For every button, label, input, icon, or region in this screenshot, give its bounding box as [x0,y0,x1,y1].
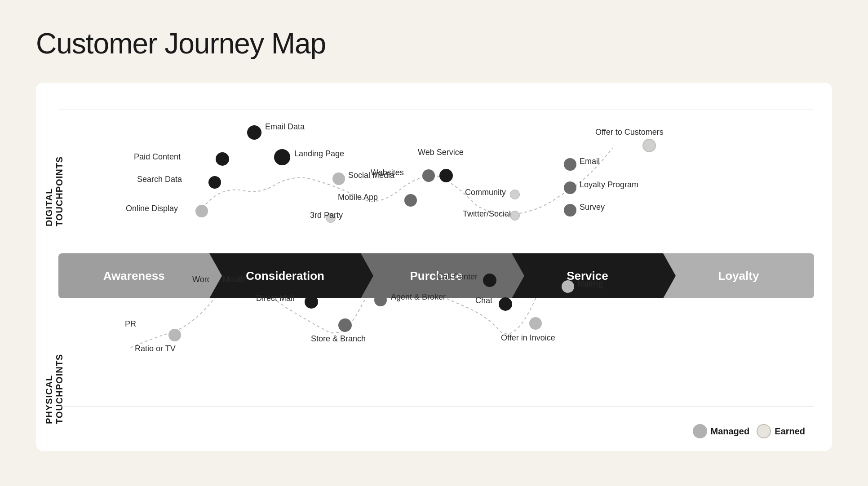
dot-agent-broker [374,294,387,306]
stage-banner: Awareness Consideration Purchase Service… [58,253,814,298]
dot-chat [499,297,512,311]
dot-mailing [562,280,574,293]
label-community: Community [465,188,506,197]
label-landing-page: Landing Page [294,149,344,159]
label-store-branch: Store & Branch [311,334,366,344]
dot-search-data [208,176,221,189]
legend: Managed Earned [693,424,806,438]
label-chat: Chat [475,296,492,305]
dot-offer-customers [642,139,656,152]
label-direct-mail: Direct Mail [256,294,294,303]
digital-touchpoints-label: Digital Touchpoints [44,119,65,226]
label-agent-broker: Agent & Broker [391,292,446,302]
dot-call-center [483,274,496,287]
dot-online-display [195,205,208,217]
label-loyalty-program: Loyalty Program [580,180,638,190]
label-paid-content: Paid Content [134,152,181,162]
physical-touchpoints-label: Physical Touchpoints [44,316,65,424]
dot-websites-1 [422,169,435,182]
dot-store-branch [338,318,352,332]
legend-managed: Managed [693,424,750,438]
dot-loyalty-program [564,181,576,194]
divider-mid [58,249,814,249]
label-mobile-app: Mobile App [338,193,378,202]
divider-top [58,110,814,110]
label-pr: PR [125,319,136,329]
label-survey: Survey [580,203,605,212]
dot-community [510,190,520,199]
dot-paid-content [216,152,229,166]
label-twitter: Twitter/Social [463,209,511,219]
divider-bot [58,406,814,406]
label-call-center: Call Center [437,272,478,282]
label-ratio-tv: Ratio or TV [135,344,176,353]
dot-direct-mail [305,295,318,309]
label-3rd-party: 3rd Party [310,211,343,220]
label-email-loyalty: Email [580,157,600,166]
legend-earned-dot [757,424,771,438]
dot-ratio-tv [168,329,181,341]
stage-awareness: Awareness [58,253,209,298]
dot-social-media [332,172,345,185]
label-offer-invoice: Offer in Invoice [501,333,555,343]
dot-offer-invoice [529,317,542,330]
legend-earned: Earned [757,424,805,438]
dot-email-data [247,125,261,140]
label-offer-customers: Offer to Customers [595,128,664,137]
dot-websites-2 [439,169,453,182]
page-title: Customer Journey Map [36,27,832,60]
label-search-data: Search Data [137,175,182,184]
legend-managed-label: Managed [711,426,750,437]
label-web-service: Web Service [418,148,464,157]
label-mailing: Mailing [577,279,603,289]
dot-twitter [510,211,520,221]
stage-loyalty: Loyalty [663,253,814,298]
dot-mobile-app [404,194,417,207]
label-websites: Websites [371,168,404,177]
legend-managed-dot [693,424,707,438]
stage-service: Service [512,253,663,298]
journey-map: Digital Touchpoints Physical Touchpoints… [36,83,832,451]
dot-landing-page [274,149,290,165]
label-online-display: Online Display [126,204,178,213]
page: Customer Journey Map Digital Touchpoints… [0,0,868,486]
dot-survey [564,204,576,216]
label-email-data: Email Data [265,122,305,132]
legend-earned-label: Earned [775,426,805,437]
dot-email-loyalty [564,158,576,171]
